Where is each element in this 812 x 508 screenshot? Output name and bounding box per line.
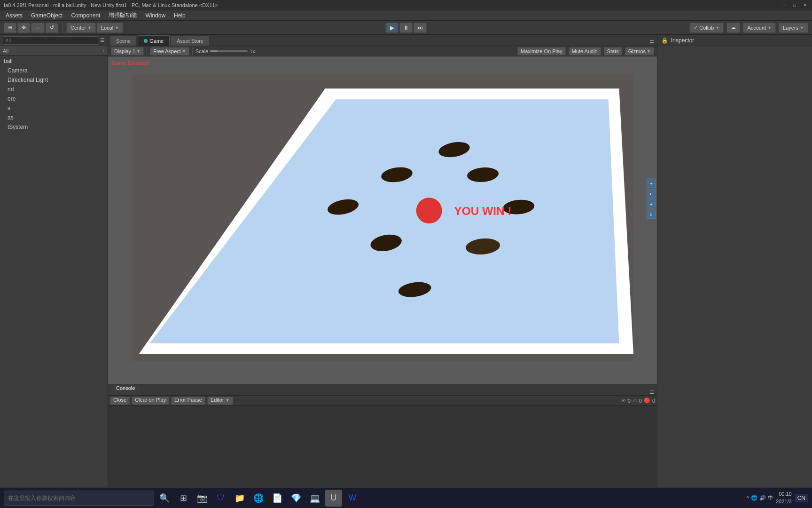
menu-component[interactable]: Component xyxy=(67,11,104,20)
mute-audio-btn[interactable]: Mute Audio xyxy=(569,47,601,56)
aspect-button[interactable]: Free Aspect ▼ xyxy=(150,47,189,56)
stats-btn[interactable]: Stats xyxy=(604,47,622,56)
play-button[interactable]: ▶ xyxy=(385,23,398,33)
clear-on-play-btn[interactable]: Clear on Play xyxy=(132,397,169,405)
taskbar-icon-1[interactable]: 📷 xyxy=(194,490,211,507)
scene-tab-label: Scene xyxy=(116,38,131,44)
menu-gameobject[interactable]: GameObject xyxy=(27,11,66,20)
account-button[interactable]: Account ▼ xyxy=(743,23,776,33)
hierarchy-item-light[interactable]: Directional Light xyxy=(0,75,108,85)
scale-label: Scale xyxy=(195,48,209,54)
game-toolbar-sep2 xyxy=(192,48,193,55)
toolbar-separator-1 xyxy=(62,23,62,32)
maximize-button[interactable]: □ xyxy=(791,2,798,8)
side-icon-down[interactable]: + xyxy=(647,199,656,209)
close-button[interactable]: ✕ xyxy=(802,2,808,8)
scale-slider-fill xyxy=(210,50,218,52)
taskbar-icon-chrome[interactable]: 🌐 xyxy=(250,490,267,507)
inspector-header: 🔒 Inspector xyxy=(657,35,812,46)
tab-asset-store[interactable]: Asset Store xyxy=(171,35,210,46)
layers-button[interactable]: Layers ▼ xyxy=(779,23,808,33)
maximize-on-play-btn[interactable]: Maximize On Play xyxy=(517,47,566,56)
hierarchy-add-icon[interactable]: + xyxy=(102,48,105,54)
menu-window[interactable]: Window xyxy=(141,11,169,20)
step-button[interactable]: ⏭ xyxy=(414,23,427,33)
taskbar-icon-3[interactable]: 📁 xyxy=(231,490,248,507)
pivot-local-btn[interactable]: Local ▼ xyxy=(97,23,123,33)
transform-hand-tool[interactable]: ⊕ xyxy=(4,23,16,33)
scale-container: Scale 1x xyxy=(195,48,255,54)
taskbar-icon-2[interactable]: 🛡 xyxy=(212,490,229,507)
game-toolbar-sep1 xyxy=(147,48,147,55)
taskbar-chevron[interactable]: ^ xyxy=(747,495,749,501)
hierarchy-options-icon[interactable]: ☰ xyxy=(100,37,105,43)
menu-enhanced[interactable]: 增强版功能 xyxy=(105,10,141,20)
view-options-icon[interactable]: ☰ xyxy=(647,40,657,46)
collab-label: Collab xyxy=(699,25,714,31)
main-content: ☰ All + ball Camera Directional Light nd… xyxy=(0,35,812,487)
game-tab-label: Game xyxy=(149,38,164,44)
error-pause-btn[interactable]: Error Pause xyxy=(171,397,205,405)
console-counts: 👁 0 ⚠ 0 🔴 0 xyxy=(621,397,655,404)
taskbar-word-icon[interactable]: W xyxy=(344,490,361,507)
hierarchy-item-ball[interactable]: ball xyxy=(0,56,108,66)
scale-slider[interactable] xyxy=(210,50,248,52)
console-tab[interactable]: Console xyxy=(110,385,141,395)
taskbar-volume-icon[interactable]: 🔊 xyxy=(759,495,766,501)
taskbar-unity-icon[interactable]: U xyxy=(325,490,342,507)
menu-assets[interactable]: Assets xyxy=(2,11,26,20)
taskbar-search-input[interactable] xyxy=(4,491,154,506)
aspect-dropdown-arrow: ▼ xyxy=(182,49,186,54)
taskbar-search-icon[interactable]: 🔍 xyxy=(156,490,173,507)
account-label: Account xyxy=(747,25,766,31)
local-label: Local xyxy=(101,25,113,31)
gizmos-btn[interactable]: Gizmos ▼ xyxy=(625,47,654,56)
info-count: 0 xyxy=(628,398,631,404)
hierarchy-item-camera[interactable]: Camera xyxy=(0,66,108,75)
hierarchy-item-eventsystem[interactable]: tSystem xyxy=(0,122,108,132)
pivot-center-btn[interactable]: Center ▼ xyxy=(66,23,96,33)
transform-scale-tool[interactable]: ↺ xyxy=(46,23,58,33)
eye-icon: 👁 xyxy=(621,398,626,404)
side-icon-up[interactable]: + xyxy=(647,179,656,188)
taskbar-date: 2021/3 xyxy=(776,498,792,505)
toolbar-right: ✓ Collab ▼ ☁ Account ▼ Layers ▼ xyxy=(689,23,808,33)
display-button[interactable]: Display 1 ▼ xyxy=(111,47,144,56)
cloud-button[interactable]: ☁ xyxy=(726,23,740,33)
console-tabs: Console ☰ xyxy=(108,384,657,396)
hierarchy-item-canvas[interactable]: as xyxy=(0,113,108,122)
editor-dropdown-arrow: ▼ xyxy=(226,398,230,403)
toolbar: ⊕ ✥ ↔ ↺ Center ▼ Local ▼ ▶ ⏸ ⏭ ✓ Collab … xyxy=(0,21,812,35)
inspector-panel: 🔒 Inspector xyxy=(657,35,812,487)
title-bar: fa8.4.29f1 Personal - roll a ball.unity … xyxy=(0,0,812,10)
transform-rotate-tool[interactable]: ↔ xyxy=(31,23,45,33)
collab-checkmark: ✓ xyxy=(694,24,698,31)
tab-game[interactable]: Game xyxy=(138,35,170,46)
hierarchy-search-input[interactable] xyxy=(3,36,98,45)
warning-triangle-icon: ⚠ xyxy=(632,397,637,404)
menu-bar: Assets GameObject Component 增强版功能 Window… xyxy=(0,10,812,21)
layers-dropdown-arrow: ▼ xyxy=(800,25,804,30)
taskbar-icon-5[interactable]: 💻 xyxy=(306,490,323,507)
hierarchy-item-sphere[interactable]: ere xyxy=(0,94,108,103)
console-options-icon[interactable]: ☰ xyxy=(647,389,657,395)
hierarchy-item-pickups[interactable]: s xyxy=(0,103,108,113)
taskbar-task-view-icon[interactable]: ⊞ xyxy=(175,490,192,507)
hierarchy-item-ground[interactable]: nd xyxy=(0,85,108,94)
console-toolbar: Close Clear on Play Error Pause Editor ▼… xyxy=(108,396,657,406)
game-dot-icon xyxy=(144,39,148,43)
transform-move-tool[interactable]: ✥ xyxy=(17,23,30,33)
clear-button[interactable]: Close xyxy=(110,397,130,405)
pause-button[interactable]: ⏸ xyxy=(399,23,413,33)
menu-help[interactable]: Help xyxy=(170,11,189,20)
game-toolbar: Display 1 ▼ Free Aspect ▼ Scale 1x Maxim… xyxy=(108,46,657,56)
collab-button[interactable]: ✓ Collab ▼ xyxy=(689,23,724,33)
taskbar-icon-4[interactable]: 📄 xyxy=(269,490,286,507)
minimize-button[interactable]: ─ xyxy=(781,2,788,8)
editor-dropdown-btn[interactable]: Editor ▼ xyxy=(207,397,233,405)
error-circle-icon: 🔴 xyxy=(644,397,650,404)
lock-icon: 🔒 xyxy=(661,37,668,44)
view-tabs: Scene Game Asset Store ☰ xyxy=(108,35,657,46)
tab-scene[interactable]: Scene xyxy=(110,35,137,46)
taskbar-icon-vscode[interactable]: 💎 xyxy=(288,490,304,507)
